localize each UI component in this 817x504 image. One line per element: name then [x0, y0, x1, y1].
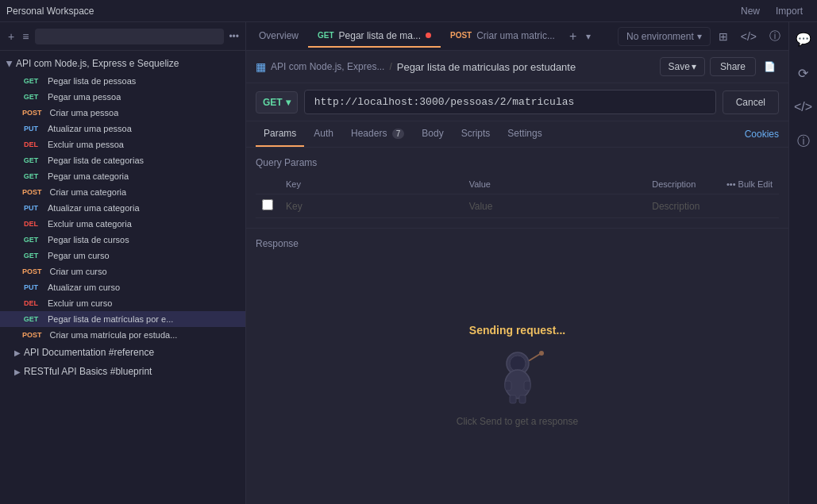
list-item-active[interactable]: GET Pegar lista de matrículas por e... — [0, 311, 245, 327]
list-item[interactable]: GET Pegar lista de categorias — [0, 152, 245, 168]
import-button[interactable]: Import — [768, 4, 811, 18]
doc-icon[interactable]: 📄 — [761, 58, 779, 75]
tab-settings[interactable]: Settings — [499, 121, 549, 147]
comment-icon[interactable]: 💬 — [792, 29, 815, 50]
svg-rect-3 — [505, 381, 511, 391]
env-label: No environment — [626, 31, 694, 42]
list-item[interactable]: DEL Excluir uma categoria — [0, 216, 245, 232]
sub-collection-name: RESTful API Basics #blueprint — [24, 366, 152, 377]
tab-method-label: POST — [450, 31, 472, 40]
endpoint-label: Criar uma categoria — [50, 187, 127, 197]
tab-auth[interactable]: Auth — [306, 121, 341, 147]
url-input[interactable] — [304, 90, 716, 114]
mascot-svg — [486, 346, 549, 410]
list-item[interactable]: PUT Atualizar uma categoria — [0, 200, 245, 216]
add-tab-button[interactable]: + — [565, 26, 581, 47]
filter-icon[interactable]: ≡ — [21, 29, 30, 44]
method-badge-get: GET — [19, 156, 43, 165]
tab-post-matricula[interactable]: POST Criar uma matric... — [441, 25, 565, 48]
breadcrumb-collection: API com Node.js, Expres... — [271, 61, 384, 72]
list-item[interactable]: PUT Atualizar uma pessoa — [0, 121, 245, 137]
sidebar-content: ▶ API com Node.js, Express e Sequelize G… — [0, 51, 245, 504]
svg-point-1 — [510, 356, 526, 371]
endpoint-label: Pegar uma categoria — [48, 171, 129, 181]
endpoint-label: Pegar lista de pessoas — [48, 76, 136, 86]
list-item[interactable]: GET Pegar lista de pessoas — [0, 73, 245, 89]
list-item[interactable]: POST Criar uma categoria — [0, 184, 245, 200]
sidebar: + ≡ ••• ▶ API com Node.js, Express e Seq… — [0, 22, 246, 504]
tab-dot-indicator — [426, 33, 431, 38]
chevron-icon: ▶ — [6, 60, 14, 67]
cookies-button[interactable]: Cookies — [745, 129, 779, 140]
info-circle-icon[interactable]: ⓘ — [794, 130, 813, 153]
chevron-down-icon: ▾ — [697, 31, 702, 42]
sending-request-text: Sending request... — [469, 324, 565, 337]
sub-collection-basics[interactable]: ▶ RESTful API Basics #blueprint — [0, 362, 245, 381]
tab-scripts[interactable]: Scripts — [453, 121, 499, 147]
bulk-edit-button[interactable]: Bulk Edit — [738, 179, 773, 189]
breadcrumb-actions: Save ▾ Share 📄 — [660, 57, 779, 76]
add-collection-button[interactable]: + — [6, 29, 16, 44]
share-button[interactable]: Share — [710, 57, 756, 76]
new-button[interactable]: New — [733, 4, 768, 18]
list-item[interactable]: DEL Excluir um curso — [0, 295, 245, 311]
method-badge-post: POST — [19, 187, 45, 197]
table-row — [256, 194, 779, 218]
right-icons-panel: 💬 ⟳ </> ⓘ — [788, 22, 817, 504]
endpoint-label: Pegar uma pessoa — [48, 92, 121, 102]
save-label: Save — [669, 61, 690, 72]
tab-params-label: Params — [264, 128, 296, 139]
sub-collection-docs[interactable]: ▶ API Documentation #reference — [0, 343, 245, 362]
request-tabs: Params Auth Headers 7 Body Scripts — [246, 121, 788, 148]
tab-get-matriculas[interactable]: GET Pegar lista de ma... — [308, 25, 441, 48]
cancel-button[interactable]: Cancel — [723, 90, 779, 114]
method-badge-del: DEL — [19, 219, 43, 229]
endpoint-label: Pegar lista de matrículas por e... — [48, 314, 173, 324]
tab-params[interactable]: Params — [256, 121, 304, 147]
tab-body[interactable]: Body — [414, 121, 451, 147]
list-item[interactable]: GET Pegar um curso — [0, 248, 245, 264]
chevron-icon: ▶ — [14, 367, 21, 376]
param-description-input[interactable] — [652, 201, 709, 212]
tab-body-label: Body — [422, 128, 443, 139]
sidebar-menu-icon[interactable]: ••• — [229, 31, 239, 42]
headers-count-badge: 7 — [392, 129, 405, 139]
list-item[interactable]: POST Criar uma matrícula por estuda... — [0, 327, 245, 343]
environment-selector[interactable]: No environment ▾ — [618, 27, 711, 46]
svg-rect-6 — [519, 395, 526, 403]
list-item[interactable]: GET Pegar lista de cursos — [0, 232, 245, 248]
list-item[interactable]: POST Criar um curso — [0, 264, 245, 279]
more-options-icon: ••• — [726, 179, 736, 189]
info-icon[interactable]: ⓘ — [765, 26, 785, 47]
param-value-input[interactable] — [469, 201, 640, 212]
method-select[interactable]: GET ▾ — [256, 91, 298, 113]
list-item[interactable]: PUT Atualizar um curso — [0, 279, 245, 295]
list-item[interactable]: GET Pegar uma pessoa — [0, 89, 245, 105]
sidebar-search-input[interactable] — [35, 29, 224, 44]
breadcrumb: ▦ API com Node.js, Expres... / Pegar lis… — [256, 60, 576, 73]
more-tabs-button[interactable]: ▾ — [581, 28, 595, 45]
code-icon[interactable]: </> — [736, 27, 761, 46]
method-badge-post: POST — [19, 267, 45, 276]
endpoint-label: Pegar um curso — [48, 251, 110, 260]
row-description-cell — [646, 194, 715, 218]
list-item[interactable]: GET Pegar uma categoria — [0, 168, 245, 184]
collection-header[interactable]: ▶ API com Node.js, Express e Sequelize — [0, 54, 245, 73]
list-item[interactable]: DEL Excluir uma pessoa — [0, 137, 245, 152]
main-area: + ≡ ••• ▶ API com Node.js, Express e Seq… — [0, 22, 817, 504]
row-value-cell — [463, 194, 646, 218]
save-button[interactable]: Save ▾ — [660, 57, 705, 76]
param-key-input[interactable] — [286, 201, 457, 212]
endpoint-label: Pegar lista de cursos — [48, 235, 129, 244]
app-root: Personal Workspace New Import + ≡ ••• ▶ … — [0, 0, 817, 504]
tab-label: Overview — [259, 30, 299, 41]
param-checkbox[interactable] — [262, 199, 273, 210]
code-slash-icon[interactable]: </> — [791, 97, 815, 117]
tab-headers[interactable]: Headers 7 — [343, 121, 412, 147]
tab-overview[interactable]: Overview — [249, 25, 308, 48]
method-badge-get: GET — [19, 235, 43, 244]
refresh-icon[interactable]: ⟳ — [795, 63, 811, 84]
layout-icon[interactable]: ⊞ — [714, 27, 733, 46]
list-item[interactable]: POST Criar uma pessoa — [0, 105, 245, 121]
method-chevron-icon: ▾ — [286, 97, 291, 108]
